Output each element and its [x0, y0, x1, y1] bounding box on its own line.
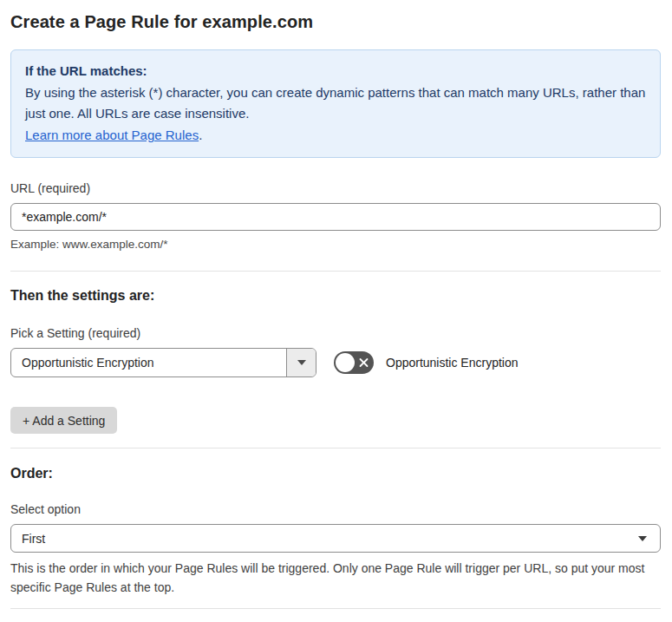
add-setting-button[interactable]: + Add a Setting: [10, 407, 117, 434]
url-field-label: URL (required): [10, 180, 661, 196]
page-title: Create a Page Rule for example.com: [10, 10, 661, 33]
info-box-heading: If the URL matches:: [25, 61, 646, 82]
link-suffix: .: [199, 128, 202, 142]
url-example-hint: Example: www.example.com/*: [10, 237, 661, 252]
order-section-heading: Order:: [10, 465, 661, 482]
info-box-link-line: Learn more about Page Rules.: [25, 125, 646, 146]
settings-section-heading: Then the settings are:: [10, 287, 661, 304]
pick-setting-label: Pick a Setting (required): [10, 325, 661, 341]
divider: [10, 608, 661, 609]
divider: [10, 271, 661, 272]
url-input[interactable]: [10, 203, 661, 231]
chevron-down-icon: [297, 360, 306, 365]
setting-dropdown[interactable]: Opportunistic Encryption: [10, 348, 316, 377]
toggle-off-x-icon: [359, 358, 369, 368]
order-description: This is the order in which your Page Rul…: [10, 559, 656, 597]
chevron-down-icon: [638, 536, 647, 541]
order-select-label: Select option: [10, 501, 661, 517]
setting-row: Opportunistic Encryption Opportunistic E…: [10, 348, 661, 377]
order-select[interactable]: First: [10, 524, 661, 553]
order-select-value: First: [22, 532, 45, 546]
toggle-knob: [336, 353, 355, 372]
setting-dropdown-value: Opportunistic Encryption: [11, 349, 286, 376]
url-matches-info-box: If the URL matches: By using the asteris…: [10, 49, 661, 158]
learn-more-link[interactable]: Learn more about Page Rules: [25, 128, 199, 142]
page-rule-form: Create a Page Rule for example.com If th…: [0, 0, 672, 622]
opportunistic-encryption-toggle[interactable]: [334, 351, 374, 374]
info-box-body: By using the asterisk (*) character, you…: [25, 82, 646, 124]
setting-dropdown-arrow-button[interactable]: [286, 349, 316, 376]
toggle-label: Opportunistic Encryption: [386, 356, 519, 370]
divider: [10, 448, 661, 448]
